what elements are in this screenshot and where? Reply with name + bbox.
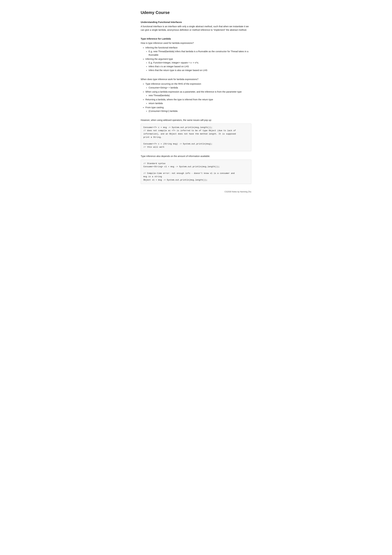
list-item: When using a lambda expression as a para… <box>145 90 251 97</box>
sub-list: new Thread(lambda) <box>149 94 251 97</box>
sub-list-item: new Thread(lambda) <box>149 94 251 97</box>
sub-list-item: E.g. Function<Integer, Integer> square =… <box>149 61 251 65</box>
sub-list-item: Infers that the return type is also an i… <box>149 69 251 72</box>
list-item-text: From type casting <box>145 106 164 109</box>
section-intro-type-inference: How is type inference used for lambda ex… <box>141 41 251 45</box>
type-inference-amount-code-block: // Standard syntax Consumer<String> c1 =… <box>141 160 251 184</box>
sub-list-item: Infers that x is an integer based on LHS <box>149 65 251 68</box>
section-when-type-inference: When does type inference work for lambda… <box>141 78 251 113</box>
list-item-text: Returning a lambda, where the type is in… <box>145 98 213 101</box>
list-item-text: When using a lambda expression as a para… <box>145 90 242 93</box>
list-item: From type casting (Consumer<String>) lam… <box>145 106 251 113</box>
list-item: Returning a lambda, where the type is in… <box>145 98 251 105</box>
footer: CS2030 Notes by Hanming Zhu <box>141 190 251 193</box>
section-heading-type-inference: Type Inference for Lambda <box>141 37 251 41</box>
section-type-inference-amount: Type inference also depends on the amoun… <box>141 154 251 184</box>
list-item: Type inference occurring on the RHS of t… <box>145 82 251 89</box>
sub-list-item: E.g. new Thread(lambda) infers that lamb… <box>149 50 251 57</box>
sub-item-text: E.g. new Thread(lambda) infers that lamb… <box>149 50 248 56</box>
section-heading-functional-interfaces: Understanding Functional Interfaces <box>141 20 251 24</box>
sub-list: Consumer<String> = lambda <box>149 86 251 89</box>
list-item-text: Type inference occurring on the RHS of t… <box>145 83 201 85</box>
type-inference-list: Inferring the functional interface E.g. … <box>145 46 251 72</box>
sub-list: (Consumer<String>) lambda <box>149 110 251 113</box>
section-wildcard-operators: However, when using wildcard operators, … <box>141 118 251 151</box>
page-title: Udemy Course <box>141 9 251 16</box>
list-item: Inferring the argument type E.g. Functio… <box>145 58 251 72</box>
when-type-inference-intro: When does type inference work for lambda… <box>141 78 251 81</box>
sub-list-item: Consumer<String> = lambda <box>149 86 251 89</box>
section-text-functional-interfaces: A functional interface is an interface w… <box>141 25 251 32</box>
section-type-inference-lambda: Type Inference for Lambda How is type in… <box>141 37 251 72</box>
section-understanding-functional-interfaces: Understanding Functional Interfaces A fu… <box>141 20 251 32</box>
sub-list-item: (Consumer<String>) lambda <box>149 110 251 113</box>
sub-list: E.g. Function<Integer, Integer> square =… <box>149 61 251 72</box>
type-inference-amount-intro: Type inference also depends on the amoun… <box>141 154 251 158</box>
sub-list-item: return lambda <box>149 102 251 105</box>
sub-list: E.g. new Thread(lambda) infers that lamb… <box>149 50 251 57</box>
wildcard-code-block: Consumer<?> c = msg -> System.out.printl… <box>141 124 251 151</box>
wildcard-intro: However, when using wildcard operators, … <box>141 118 251 122</box>
sub-list: return lambda <box>149 102 251 105</box>
list-item-text: Inferring the argument type <box>145 58 173 60</box>
list-item-text: Inferring the functional interface <box>145 46 178 49</box>
when-inference-list: Type inference occurring on the RHS of t… <box>145 82 251 113</box>
list-item: Inferring the functional interface E.g. … <box>145 46 251 57</box>
